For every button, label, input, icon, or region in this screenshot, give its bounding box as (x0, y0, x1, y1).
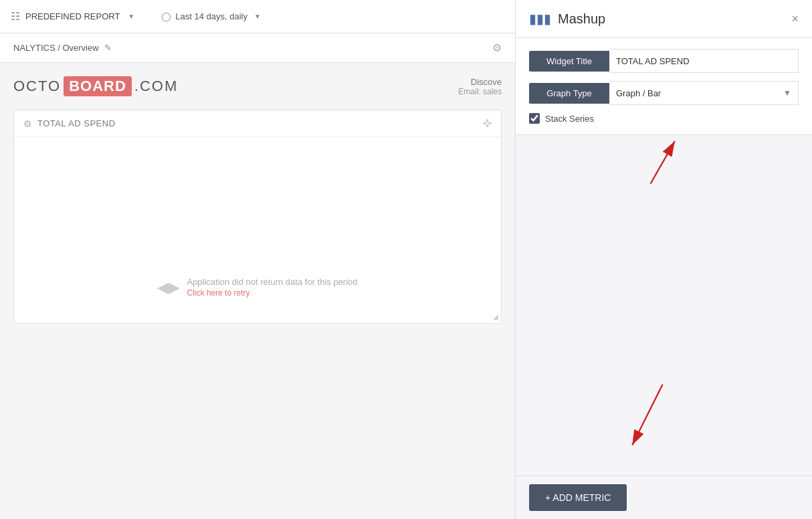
mashup-body (516, 135, 812, 476)
widget-title-form-label: Widget Title (529, 51, 609, 72)
svg-line-2 (651, 141, 675, 184)
mashup-header: ▮▮▮ Mashup × (516, 0, 812, 38)
stack-series-row: Stack Series (529, 113, 799, 124)
graph-type-select[interactable]: Graph / Bar Graph / Line Graph / Area Pi… (609, 82, 798, 104)
logo-board: BOARD (64, 76, 132, 96)
add-metric-button[interactable]: + ADD METRIC (529, 484, 627, 511)
logo: OCTO BOARD .COM (13, 76, 178, 96)
mashup-footer: + ADD METRIC (516, 476, 812, 519)
report-selector[interactable]: ☷ PREDEFINED REPORT ▼ (11, 10, 134, 23)
discover-text: Discove (458, 77, 502, 87)
mashup-panel: ▮▮▮ Mashup × Widget Title Graph Type Gra… (515, 0, 812, 519)
annotation-arrows (516, 135, 812, 476)
top-bar: ☷ PREDEFINED REPORT ▼ ◯ Last 14 days, da… (0, 0, 515, 33)
predefined-report-label: PREDEFINED REPORT (25, 11, 120, 21)
close-button[interactable]: × (791, 13, 799, 25)
widget-card: ⚙ TOTAL AD SPEND ✜ ◀▶ Application did no… (13, 110, 502, 324)
dashboard-area: OCTO BOARD .COM Discove Email: sales ⚙ T… (0, 63, 515, 337)
widget-body: ◀▶ Application did not return data for t… (14, 137, 501, 311)
stack-series-checkbox[interactable] (529, 113, 540, 124)
widget-title-row-form: Widget Title (529, 49, 799, 73)
logo-after: .COM (134, 78, 178, 95)
widget-title-row: ⚙ TOTAL AD SPEND (23, 118, 116, 129)
mashup-title: Mashup (558, 11, 605, 27)
clock-icon: ◯ (161, 11, 171, 21)
widget-settings-icon[interactable]: ⚙ (23, 118, 32, 129)
drag-handle-icon[interactable]: ✜ (483, 117, 492, 130)
no-data-icon: ◀▶ (157, 279, 180, 296)
widget-title-input[interactable] (609, 49, 799, 73)
report-dropdown-arrow: ▼ (128, 13, 134, 20)
document-icon: ☷ (11, 10, 20, 23)
discover-email: Email: sales (458, 87, 502, 96)
stack-series-label[interactable]: Stack Series (545, 114, 594, 124)
widget-title: TOTAL AD SPEND (37, 118, 116, 128)
graph-type-label: Graph Type (529, 83, 609, 104)
no-data-message: Application did not return data for this… (187, 277, 357, 287)
date-range-selector[interactable]: ◯ Last 14 days, daily ▼ (161, 11, 261, 21)
settings-icon[interactable]: ⚙ (492, 41, 502, 54)
date-dropdown-arrow: ▼ (254, 13, 261, 20)
breadcrumb-bar: NALYTICS / Overview ✎ ⚙ (0, 33, 515, 63)
mashup-icon: ▮▮▮ (529, 11, 551, 27)
graph-type-row: Graph Type Graph / Bar Graph / Line Grap… (529, 81, 799, 105)
main-content: ☷ PREDEFINED REPORT ▼ ◯ Last 14 days, da… (0, 0, 515, 519)
graph-type-select-wrapper[interactable]: Graph / Bar Graph / Line Graph / Area Pi… (609, 81, 799, 105)
retry-link[interactable]: Click here to retry (187, 288, 357, 298)
mashup-form: Widget Title Graph Type Graph / Bar Grap… (516, 38, 812, 135)
widget-header: ⚙ TOTAL AD SPEND ✜ (14, 110, 501, 137)
logo-before: OCTO (13, 78, 61, 95)
breadcrumb: NALYTICS / Overview (13, 43, 99, 53)
date-range-label: Last 14 days, daily (175, 11, 247, 21)
logo-row: OCTO BOARD .COM Discove Email: sales (13, 76, 502, 96)
mashup-title-group: ▮▮▮ Mashup (529, 11, 605, 27)
resize-handle[interactable]: ◢ (493, 313, 498, 320)
no-data-row: ◀▶ Application did not return data for t… (157, 277, 357, 298)
edit-icon[interactable]: ✎ (104, 43, 112, 53)
svg-line-3 (632, 385, 662, 445)
